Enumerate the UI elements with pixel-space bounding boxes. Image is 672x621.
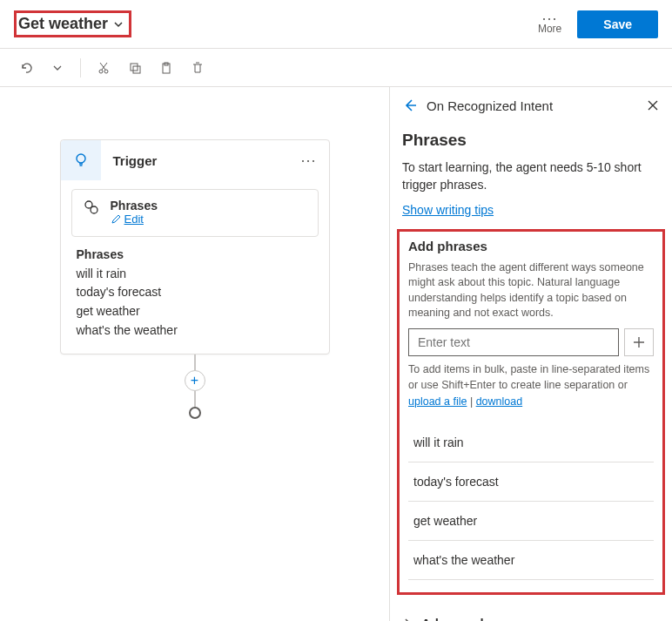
- bulb-icon: [73, 152, 89, 168]
- phrases-card-title: Phrases: [111, 199, 158, 213]
- add-phrases-title: Add phrases: [408, 239, 654, 253]
- advanced-label: Advanced: [421, 616, 484, 621]
- edit-label: Edit: [124, 213, 144, 226]
- add-phrase-button[interactable]: [624, 328, 654, 356]
- arrow-left-icon: [402, 98, 418, 113]
- svg-rect-3: [133, 66, 140, 73]
- trigger-node-menu[interactable]: ···: [288, 152, 328, 170]
- canvas[interactable]: Trigger ··· Phrases Edit Phrases will it…: [0, 87, 390, 621]
- more-button[interactable]: ··· More: [538, 14, 561, 35]
- phrase-entry[interactable]: today's forecast: [408, 462, 654, 502]
- add-phrases-section: Add phrases Phrases teach the agent diff…: [397, 229, 665, 595]
- svg-point-6: [77, 154, 85, 163]
- phrase-entry[interactable]: will it rain: [408, 422, 654, 462]
- trigger-icon: [61, 140, 101, 180]
- trigger-node[interactable]: Trigger ··· Phrases Edit Phrases will it…: [60, 139, 330, 354]
- phrase-list-title: Phrases: [77, 247, 313, 261]
- phrase-preview-list: Phrases will it rain today's forecast ge…: [61, 247, 329, 354]
- chevron-down-icon: [53, 64, 62, 72]
- copy-button[interactable]: [123, 56, 147, 80]
- svg-rect-2: [131, 64, 138, 71]
- trigger-title: Trigger: [101, 153, 289, 168]
- cut-icon: [97, 61, 111, 75]
- bulk-hint: To add items in bulk, paste in line-sepa…: [408, 361, 654, 410]
- writing-tips-link[interactable]: Show writing tips: [390, 203, 506, 217]
- connector-line: [194, 391, 196, 407]
- copy-icon: [128, 61, 142, 75]
- ellipsis-icon: ···: [542, 14, 558, 23]
- phrases-card-icon: [83, 199, 100, 216]
- trash-icon: [191, 61, 205, 75]
- undo-button[interactable]: [14, 56, 38, 80]
- phrase-entry[interactable]: get weather: [408, 502, 654, 541]
- paste-icon: [159, 61, 173, 75]
- connector-line: [194, 354, 196, 370]
- chat-people-icon: [83, 199, 100, 216]
- phrase-entry[interactable]: what's the weather: [408, 541, 654, 580]
- chevron-right-icon: [402, 618, 413, 621]
- paste-button[interactable]: [154, 56, 178, 80]
- svg-point-1: [104, 70, 108, 73]
- panel-breadcrumb: On Recognized Intent: [427, 98, 637, 113]
- edit-phrases-link[interactable]: Edit: [111, 213, 144, 226]
- plus-icon: [633, 336, 645, 348]
- panel-intro: To start learning, the agent needs 5-10 …: [390, 155, 672, 203]
- add-phrases-hint: Phrases teach the agent different ways s…: [408, 260, 654, 321]
- delete-button[interactable]: [185, 56, 210, 80]
- topic-title: Get weather: [18, 15, 108, 33]
- close-panel-button[interactable]: [646, 98, 660, 112]
- undo-dropdown[interactable]: [45, 56, 70, 80]
- save-button[interactable]: Save: [577, 10, 658, 38]
- phrases-card[interactable]: Phrases Edit: [71, 189, 319, 237]
- properties-panel: On Recognized Intent Phrases To start le…: [390, 87, 672, 621]
- cut-button[interactable]: [91, 56, 116, 80]
- phrase-preview: what's the weather: [77, 321, 313, 341]
- phrase-entries-list: will it rain today's forecast get weathe…: [408, 422, 654, 580]
- pencil-icon: [111, 214, 121, 225]
- more-label: More: [538, 23, 561, 35]
- toolbar: [0, 49, 672, 87]
- end-node: [189, 407, 201, 419]
- close-icon: [646, 98, 660, 112]
- back-button[interactable]: [402, 98, 418, 113]
- separator: [80, 58, 81, 78]
- undo-icon: [19, 61, 33, 75]
- add-node-button[interactable]: +: [185, 370, 205, 391]
- phrase-preview: will it rain: [77, 265, 313, 284]
- phrase-preview: today's forecast: [77, 283, 313, 302]
- svg-point-0: [99, 70, 103, 73]
- chevron-down-icon: [113, 19, 124, 30]
- bulk-prefix: To add items in bulk, paste in line-sepa…: [408, 363, 649, 392]
- panel-section-title: Phrases: [390, 122, 672, 155]
- advanced-toggle[interactable]: Advanced: [390, 604, 672, 621]
- upload-file-link[interactable]: upload a file: [408, 395, 467, 408]
- phrase-preview: get weather: [77, 302, 313, 321]
- svg-point-8: [91, 206, 97, 213]
- phrase-input[interactable]: [408, 328, 619, 356]
- download-link[interactable]: download: [476, 395, 523, 408]
- topic-title-dropdown[interactable]: Get weather: [14, 10, 131, 37]
